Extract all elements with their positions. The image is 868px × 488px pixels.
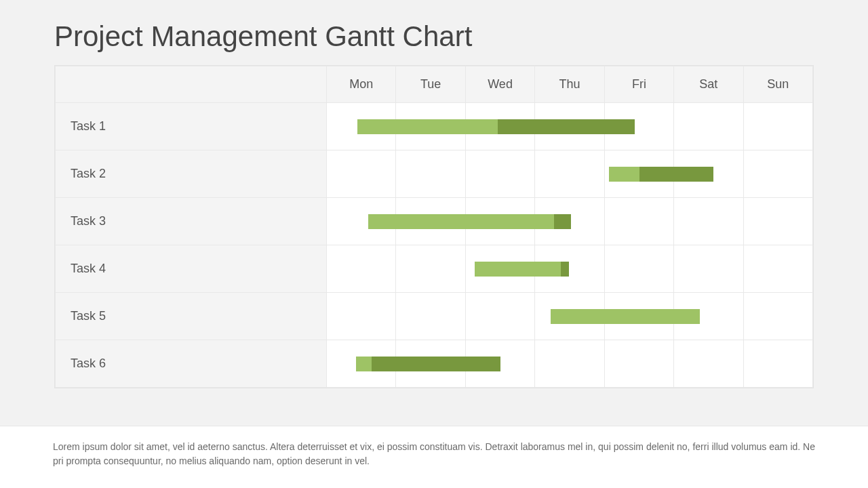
gantt-cell bbox=[674, 293, 743, 340]
gantt-row: Task 4 bbox=[56, 245, 813, 293]
gantt-cell bbox=[465, 340, 534, 388]
gantt-cell bbox=[604, 150, 673, 198]
gantt-row: Task 2 bbox=[56, 150, 813, 198]
gantt-day-header: Fri bbox=[604, 66, 673, 103]
gantt-cell bbox=[327, 150, 396, 198]
gantt-cell bbox=[743, 198, 812, 245]
slide: Project Management Gantt Chart Mon Tue W… bbox=[0, 0, 868, 488]
gantt-cell bbox=[465, 245, 534, 293]
gantt-cell bbox=[327, 245, 396, 293]
gantt-body: Task 1Task 2Task 3Task 4Task 5Task 6 bbox=[56, 103, 813, 388]
gantt-cell bbox=[535, 245, 604, 293]
gantt-task-label: Task 3 bbox=[56, 198, 327, 245]
gantt-day-header: Tue bbox=[396, 66, 465, 103]
gantt-table: Mon Tue Wed Thu Fri Sat Sun Task 1Task 2… bbox=[55, 66, 813, 388]
footer-text: Lorem ipsum dolor sit amet, vel id aeter… bbox=[0, 426, 868, 488]
gantt-cell bbox=[465, 103, 534, 150]
gantt-day-header: Mon bbox=[327, 66, 396, 103]
gantt-day-header: Wed bbox=[465, 66, 534, 103]
gantt-row: Task 6 bbox=[56, 340, 813, 388]
gantt-cell bbox=[535, 103, 604, 150]
gantt-cell bbox=[327, 340, 396, 388]
gantt-cell bbox=[743, 340, 812, 388]
gantt-cell bbox=[674, 103, 743, 150]
gantt-header: Mon Tue Wed Thu Fri Sat Sun bbox=[56, 66, 813, 103]
gantt-cell bbox=[396, 103, 465, 150]
gantt-cell bbox=[396, 150, 465, 198]
gantt-row: Task 5 bbox=[56, 293, 813, 340]
gantt-cell bbox=[743, 293, 812, 340]
gantt-cell bbox=[674, 245, 743, 293]
gantt-task-label: Task 2 bbox=[56, 150, 327, 198]
gantt-day-header: Sat bbox=[674, 66, 743, 103]
gantt-cell bbox=[465, 293, 534, 340]
gantt-cell bbox=[743, 103, 812, 150]
gantt-cell bbox=[535, 340, 604, 388]
gantt-cell bbox=[604, 245, 673, 293]
gantt-day-header: Thu bbox=[535, 66, 604, 103]
gantt-cell bbox=[535, 293, 604, 340]
gantt-cell bbox=[327, 293, 396, 340]
gantt-cell bbox=[604, 198, 673, 245]
gantt-cell bbox=[604, 103, 673, 150]
gantt-cell bbox=[674, 150, 743, 198]
gantt-bar-light bbox=[356, 357, 372, 371]
gantt-cell bbox=[396, 245, 465, 293]
gantt-cell bbox=[743, 245, 812, 293]
gantt-day-header: Sun bbox=[743, 66, 812, 103]
gantt-task-label: Task 1 bbox=[56, 103, 327, 150]
gantt-chart: Mon Tue Wed Thu Fri Sat Sun Task 1Task 2… bbox=[54, 65, 814, 388]
page-title: Project Management Gantt Chart bbox=[0, 0, 868, 65]
gantt-cell bbox=[604, 340, 673, 388]
gantt-cell bbox=[396, 198, 465, 245]
gantt-cell bbox=[396, 293, 465, 340]
gantt-cell bbox=[327, 103, 396, 150]
gantt-row: Task 1 bbox=[56, 103, 813, 150]
gantt-header-empty bbox=[56, 66, 327, 103]
gantt-row: Task 3 bbox=[56, 198, 813, 245]
gantt-cell bbox=[465, 198, 534, 245]
gantt-task-label: Task 6 bbox=[56, 340, 327, 388]
gantt-cell bbox=[535, 198, 604, 245]
gantt-header-row: Mon Tue Wed Thu Fri Sat Sun bbox=[56, 66, 813, 103]
gantt-cell bbox=[396, 340, 465, 388]
gantt-cell bbox=[674, 340, 743, 388]
gantt-cell bbox=[327, 198, 396, 245]
gantt-cell bbox=[674, 198, 743, 245]
gantt-cell bbox=[535, 150, 604, 198]
gantt-cell bbox=[465, 150, 534, 198]
gantt-task-label: Task 5 bbox=[56, 293, 327, 340]
gantt-cell bbox=[743, 150, 812, 198]
gantt-cell bbox=[604, 293, 673, 340]
gantt-task-label: Task 4 bbox=[56, 245, 327, 293]
